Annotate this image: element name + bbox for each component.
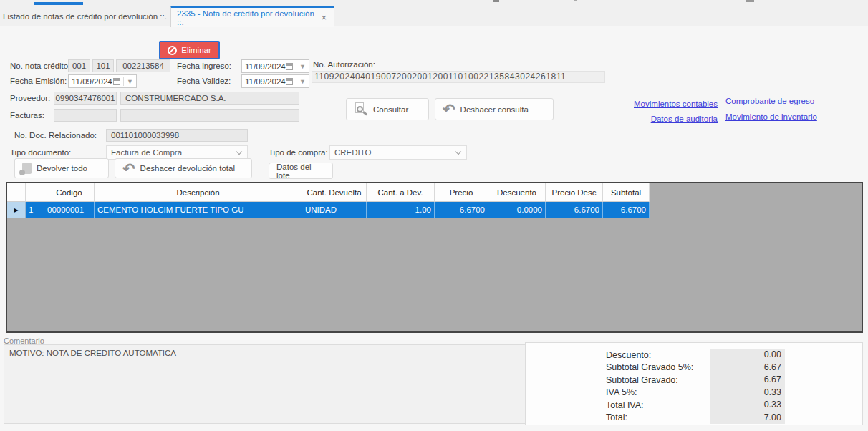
- row-selector-arrow-icon: ▶: [7, 202, 26, 218]
- total-label: IVA 5%:: [606, 387, 710, 397]
- toolbar-fragment-blue: [34, 2, 83, 5]
- undo-icon: ↶: [122, 161, 135, 176]
- link-datos-auditoria[interactable]: Datos de auditoria: [651, 115, 718, 123]
- facturas-field-2: [120, 109, 299, 122]
- chevron-down-icon: [455, 148, 461, 154]
- fecha-validez-field[interactable]: 11/09/2024 ▼: [241, 74, 309, 88]
- header-codigo[interactable]: Código: [44, 183, 95, 202]
- no-doc-relacionado-label: No. Doc. Relacionado:: [14, 131, 97, 140]
- consultar-button[interactable]: Consultar: [346, 98, 429, 120]
- fecha-ingreso-label: Fecha ingreso:: [177, 62, 231, 70]
- header-cant-a-dev[interactable]: Cant. a Dev.: [367, 183, 435, 202]
- cell-descripcion: CEMENTO HOLCIM FUERTE TIPO GU: [95, 202, 302, 218]
- selected-value: CREDITO: [334, 148, 456, 157]
- datos-del-lote-button[interactable]: Datos del lote: [269, 163, 333, 179]
- chevron-down-icon[interactable]: ▼: [127, 78, 133, 85]
- total-value: 0.33: [710, 387, 785, 399]
- eliminar-label: Eliminar: [181, 46, 211, 54]
- tab-nota-credito-2335[interactable]: 2335 - Nota de crédito por devolución ::…: [170, 6, 334, 27]
- tipo-compra-label: Tipo de compra:: [269, 148, 328, 157]
- date-value: 11/09/2024: [72, 77, 113, 86]
- date-value: 11/09/2024: [245, 77, 286, 86]
- fecha-emision-field[interactable]: 11/09/2024 ▼: [68, 74, 137, 88]
- header-row-selector: [7, 183, 26, 202]
- datos-lote-label: Datos del lote: [276, 163, 325, 180]
- cell-cant-devuelta: UNIDAD: [302, 202, 367, 218]
- cell-index: 1: [26, 202, 44, 218]
- total-value: 6.67: [710, 374, 785, 387]
- total-label: Subtotal Gravado 5%:: [606, 362, 710, 372]
- total-value: 0.33: [710, 399, 785, 412]
- chevron-down-icon[interactable]: ▼: [299, 78, 306, 85]
- chevron-down-icon: [236, 148, 242, 154]
- total-label: Descuento:: [606, 350, 710, 360]
- no-doc-relacionado-field: 001101000033998: [106, 129, 248, 142]
- header-descuento[interactable]: Descuento: [488, 183, 546, 202]
- tab-bar: Listado de notas de crédito por devoluci…: [0, 6, 868, 26]
- header-precio-desc[interactable]: Precio Desc: [546, 183, 603, 202]
- total-row-subtotal-gravado-5: Subtotal Gravado 5%: 6.67: [526, 362, 862, 374]
- total-label: Total:: [606, 412, 710, 422]
- calendar-icon: [286, 63, 293, 70]
- return-document-icon: [22, 163, 32, 174]
- cell-cant-a-dev: 1.00: [367, 202, 435, 218]
- proveedor-ruc-field: 0990347476001: [54, 92, 117, 105]
- devolver-todo-label: Devolver todo: [37, 164, 87, 173]
- chevron-down-icon[interactable]: ▼: [299, 63, 306, 70]
- header-subtotal[interactable]: Subtotal: [603, 183, 650, 202]
- cell-codigo: 00000001: [44, 202, 95, 218]
- total-row-subtotal-gravado: Subtotal Gravado: 6.67: [526, 374, 862, 387]
- header-cant-devuelta[interactable]: Cant. Devuelta: [302, 183, 367, 202]
- header-descripcion[interactable]: Descripción: [95, 183, 302, 202]
- total-label: Subtotal Gravado:: [606, 375, 710, 385]
- tab-label: 2335 - Nota de crédito por devolución ::…: [177, 9, 319, 26]
- deshacer-devolucion-total-button[interactable]: ↶ Deshacer devolución total: [115, 158, 252, 178]
- consultar-label: Consultar: [373, 105, 408, 114]
- grid-header-row: Código Descripción Cant. Devuelta Cant. …: [7, 183, 650, 202]
- toolbar-fragment-icon: [493, 0, 499, 2]
- link-movimientos-contables[interactable]: Movimientos contables: [634, 100, 718, 108]
- nota-credito-numero-field: 002213584: [116, 59, 170, 72]
- comentario-textarea[interactable]: MOTIVO: NOTA DE CREDITO AUTOMATICA: [4, 344, 541, 424]
- undo-icon: ↶: [443, 102, 455, 117]
- link-movimiento-inventario[interactable]: Movimiento de inventario: [725, 112, 817, 121]
- header-precio[interactable]: Precio: [435, 183, 488, 202]
- table-row[interactable]: ▶ 1 00000001 CEMENTO HOLCIM FUERTE TIPO …: [7, 202, 650, 218]
- proveedor-label: Proveedor:: [10, 94, 50, 102]
- tipo-compra-select[interactable]: CREDITO: [329, 145, 467, 160]
- proveedor-nombre-field: CONSTRUMERCADO S.A.: [120, 92, 299, 105]
- close-icon[interactable]: ×: [319, 13, 328, 22]
- facturas-field-1: [54, 109, 117, 122]
- cell-subtotal: 6.6700: [603, 202, 650, 218]
- eliminar-button[interactable]: Eliminar: [159, 41, 220, 59]
- deshacer-consulta-label: Deshacer consulta: [460, 105, 529, 114]
- fecha-ingreso-field[interactable]: 11/09/2024 ▼: [241, 59, 309, 73]
- tab-label: Listado de notas de crédito por devoluci…: [3, 12, 167, 21]
- link-comprobante-egreso[interactable]: Comprobante de egreso: [725, 97, 814, 105]
- deshacer-devolucion-label: Deshacer devolución total: [140, 164, 235, 173]
- selected-value: Factura de Compra: [111, 148, 237, 157]
- total-row-total-iva: Total IVA: 0.33: [526, 399, 862, 412]
- no-autorizacion-label: No. Autorización:: [313, 60, 375, 69]
- fecha-validez-label: Fecha Validez:: [177, 77, 231, 85]
- no-autorizacion-field: 1109202404019007200200120011010022135843…: [312, 71, 605, 83]
- total-row-iva-5: IVA 5%: 0.33: [526, 387, 862, 399]
- cell-precio-desc: 6.6700: [546, 202, 603, 218]
- total-value: 7.00: [710, 412, 785, 425]
- divider: [296, 77, 296, 86]
- tipo-documento-label: Tipo documento:: [10, 148, 71, 157]
- calendar-icon: [286, 78, 293, 85]
- calendar-icon: [113, 78, 120, 85]
- devolver-todo-button[interactable]: Devolver todo: [14, 158, 109, 178]
- items-grid: Código Descripción Cant. Devuelta Cant. …: [6, 182, 863, 333]
- tab-listado-notas-credito[interactable]: Listado de notas de crédito por devoluci…: [0, 6, 170, 26]
- divider: [123, 77, 124, 86]
- deshacer-consulta-button[interactable]: ↶ Deshacer consulta: [435, 98, 554, 120]
- prohibition-icon: [168, 46, 177, 55]
- cell-descuento: 0.0000: [488, 202, 546, 218]
- search-document-icon: [354, 102, 368, 117]
- total-row-descuento: Descuento: 0.00: [526, 349, 862, 362]
- totals-panel: Descuento: 0.00 Subtotal Gravado 5%: 6.6…: [525, 342, 863, 425]
- tipo-documento-select[interactable]: Factura de Compra: [106, 145, 248, 160]
- cell-precio: 6.6700: [435, 202, 488, 218]
